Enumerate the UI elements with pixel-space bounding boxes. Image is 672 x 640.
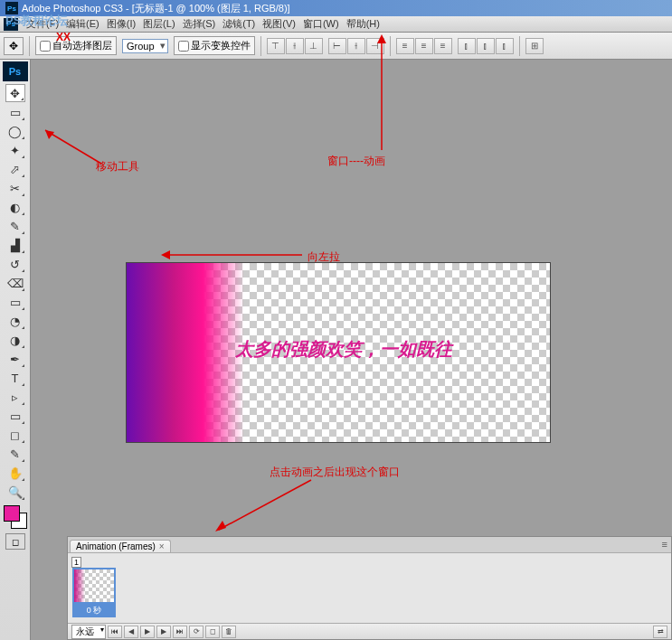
menu-view[interactable]: 视图(V): [260, 16, 298, 32]
panel-menu-icon[interactable]: ≡: [662, 539, 667, 550]
play-button[interactable]: ▶: [140, 626, 155, 638]
document-canvas[interactable]: 太多的强颜欢笑，一如既往: [126, 262, 551, 443]
zoom-tool[interactable]: 🔍: [5, 483, 25, 501]
dist-vcenter-icon[interactable]: ≡: [415, 38, 433, 54]
canvas-area: 太多的强颜欢笑，一如既往 移动工具 窗口----动画 向左拉 点击动画之后出现这…: [31, 60, 672, 640]
tween-button[interactable]: ⟳: [189, 626, 203, 638]
dist-top-icon[interactable]: ≡: [396, 38, 414, 54]
title-bar: Ps Adobe Photoshop CS3 - [无标题-1 @ 100% (…: [0, 0, 672, 16]
arrow-drag-left: [157, 248, 308, 262]
frame-thumbnail[interactable]: [72, 568, 116, 604]
lasso-tool[interactable]: ◯: [5, 122, 25, 140]
menu-window[interactable]: 窗口(W): [300, 16, 342, 32]
annotation-drag-left: 向左拉: [308, 249, 340, 265]
eraser-tool[interactable]: ⌫: [5, 274, 25, 292]
delete-frame-button[interactable]: 🗑: [222, 626, 236, 638]
menu-layer[interactable]: 图层(L): [140, 16, 177, 32]
current-tool-icon[interactable]: ✥: [4, 37, 24, 55]
stamp-tool[interactable]: ▟: [5, 236, 25, 254]
prev-frame-button[interactable]: ◀: [124, 626, 138, 638]
menu-select[interactable]: 选择(S): [180, 16, 219, 32]
align-vcenter-icon[interactable]: ⫲: [286, 38, 304, 54]
gradient-tool[interactable]: ▭: [5, 293, 25, 311]
dist-bottom-icon[interactable]: ≡: [434, 38, 452, 54]
auto-align-icon[interactable]: ⊞: [525, 38, 544, 54]
frame-number: 1: [71, 557, 81, 568]
distribute-group-1: ≡ ≡ ≡: [396, 38, 452, 54]
separator: [519, 36, 520, 56]
frame-time[interactable]: 0 秒: [72, 604, 116, 617]
separator: [29, 36, 30, 56]
group-select[interactable]: Group: [122, 39, 168, 53]
animation-tab[interactable]: Animation (Frames) ×: [70, 540, 171, 552]
auto-select-input[interactable]: [40, 41, 51, 52]
annotation-window-anim: 窗口----动画: [327, 154, 385, 169]
quickmask-toggle[interactable]: ◻: [5, 533, 25, 550]
animation-frame[interactable]: 1 0 秒: [71, 557, 117, 619]
svg-line-0: [45, 130, 101, 164]
auto-select-checkbox[interactable]: 自动选择图层: [35, 36, 117, 55]
duplicate-frame-button[interactable]: ◻: [205, 626, 220, 638]
distribute-group-2: ⫿ ⫿ ⫿: [458, 38, 514, 54]
marquee-tool[interactable]: ▭: [5, 103, 25, 121]
path-tool[interactable]: ▹: [5, 388, 25, 406]
last-frame-button[interactable]: ⏭: [173, 626, 187, 638]
heal-tool[interactable]: ◐: [5, 198, 25, 216]
menu-image[interactable]: 图像(I): [104, 16, 138, 32]
show-transform-input[interactable]: [178, 41, 189, 52]
menu-edit[interactable]: 编辑(E): [63, 16, 102, 32]
canvas-text: 太多的强颜欢笑，一如既往: [235, 337, 452, 362]
hand-tool[interactable]: ✋: [5, 464, 25, 482]
menu-help[interactable]: 帮助(H): [344, 16, 383, 32]
align-hcenter-icon[interactable]: ⫲: [347, 38, 365, 54]
eyedropper-tool[interactable]: ✎: [5, 445, 25, 463]
slice-tool[interactable]: ✂: [5, 179, 25, 197]
close-icon[interactable]: ×: [159, 541, 165, 551]
loop-select[interactable]: 永远: [71, 625, 106, 639]
svg-marker-7: [215, 521, 226, 532]
align-left-icon[interactable]: ⊢: [328, 38, 346, 54]
foreground-color-swatch[interactable]: [4, 505, 20, 522]
dodge-tool[interactable]: ◑: [5, 331, 25, 349]
svg-line-6: [219, 480, 311, 530]
toolbox-ps-icon: Ps: [3, 61, 28, 81]
type-tool[interactable]: T: [5, 369, 25, 387]
arrow-click-anim: [212, 475, 320, 539]
animation-tab-label: Animation (Frames): [76, 541, 156, 551]
watermark-text: PS教程论坛: [5, 13, 68, 29]
crop-tool[interactable]: ⬀: [5, 160, 25, 178]
next-frame-button[interactable]: ▶: [156, 626, 171, 638]
toolbox: Ps ✥ ▭ ◯ ✦ ⬀ ✂ ◐ ✎ ▟ ↺ ⌫ ▭ ◔ ◑ ✒ T ▹ ▭ ◻…: [0, 60, 31, 640]
notes-tool[interactable]: ◻: [5, 426, 25, 444]
svg-marker-3: [377, 34, 386, 43]
xx-annotation: XX: [56, 31, 71, 43]
align-top-icon[interactable]: ⊤: [267, 38, 285, 54]
first-frame-button[interactable]: ⏮: [108, 626, 122, 638]
main-area: Ps ✥ ▭ ◯ ✦ ⬀ ✂ ◐ ✎ ▟ ↺ ⌫ ▭ ◔ ◑ ✒ T ▹ ▭ ◻…: [0, 60, 672, 640]
pen-tool[interactable]: ✒: [5, 350, 25, 368]
animation-footer: 永远 ⏮ ◀ ▶ ▶ ⏭ ⟳ ◻ 🗑 ⇄: [68, 623, 671, 639]
brush-tool[interactable]: ✎: [5, 217, 25, 235]
show-transform-checkbox[interactable]: 显示变换控件: [174, 36, 255, 55]
show-transform-label: 显示变换控件: [191, 39, 251, 52]
align-bottom-icon[interactable]: ⊥: [305, 38, 323, 54]
convert-timeline-button[interactable]: ⇄: [653, 626, 667, 638]
annotation-move-tool: 移动工具: [96, 159, 139, 174]
dist-hcenter-icon[interactable]: ⫿: [477, 38, 495, 54]
wand-tool[interactable]: ✦: [5, 141, 25, 159]
options-bar: ✥ 自动选择图层 Group 显示变换控件 ⊤ ⫲ ⊥ ⊢ ⫲ ⊣ ≡ ≡ ≡ …: [0, 33, 672, 60]
arrow-window-anim: [373, 33, 391, 155]
menu-filter[interactable]: 滤镜(T): [220, 16, 258, 32]
color-swatches[interactable]: [4, 505, 27, 529]
dist-left-icon[interactable]: ⫿: [458, 38, 476, 54]
shape-tool[interactable]: ▭: [5, 407, 25, 425]
annotation-click-anim: 点击动画之后出现这个窗口: [270, 465, 400, 480]
animation-frames-body: 1 0 秒: [68, 553, 671, 623]
blur-tool[interactable]: ◔: [5, 312, 25, 330]
animation-tab-row: Animation (Frames) × ≡: [68, 537, 671, 553]
history-brush-tool[interactable]: ↺: [5, 255, 25, 273]
svg-marker-5: [161, 250, 170, 259]
animation-panel: Animation (Frames) × ≡ 1 0 秒 永远 ⏮ ◀ ▶ ▶ …: [67, 536, 672, 640]
move-tool[interactable]: ✥: [5, 84, 25, 102]
dist-right-icon[interactable]: ⫿: [496, 38, 514, 54]
